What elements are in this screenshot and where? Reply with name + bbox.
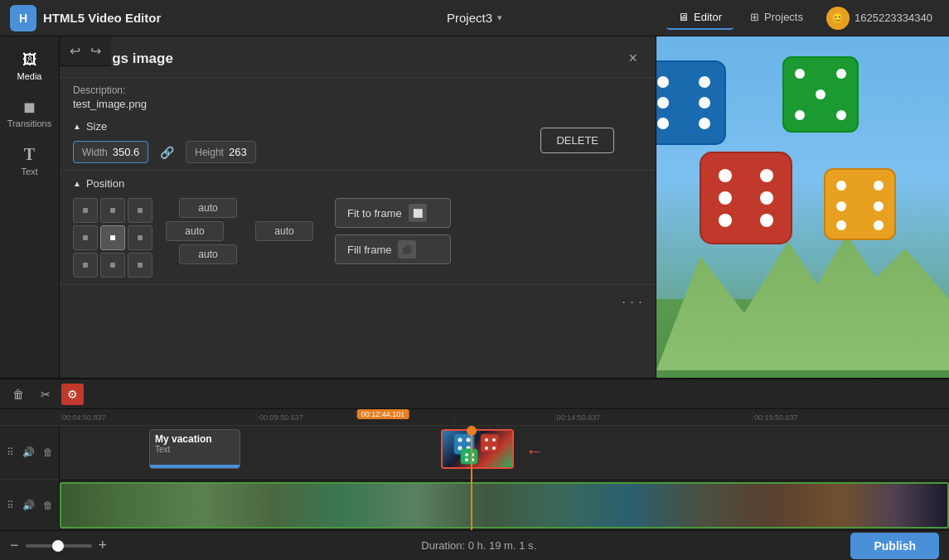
video-track: [60, 479, 949, 532]
text-clip-subtitle: Text: [155, 445, 235, 454]
sidebar-item-media[interactable]: 🖼 Media: [5, 45, 55, 88]
pos-auto-label: [166, 205, 176, 211]
track-drag-handle-2[interactable]: ⠿: [4, 497, 17, 514]
text-clip-content: My vacation Text: [150, 430, 240, 457]
tracks: My vacation Text: [60, 426, 949, 532]
track-delete-button[interactable]: 🗑: [41, 444, 56, 461]
svg-point-40: [465, 458, 468, 461]
svg-point-28: [458, 438, 462, 442]
ruler-mark: 00:14:50.637: [554, 413, 752, 422]
settings-clip-button[interactable]: ⚙: [61, 384, 84, 405]
svg-point-18: [719, 214, 732, 227]
pos-bottom-input[interactable]: [179, 244, 237, 264]
redo-button[interactable]: ↪: [87, 40, 104, 62]
delete-button[interactable]: DELETE: [540, 128, 614, 153]
svg-point-12: [836, 110, 846, 120]
size-label: Size: [86, 120, 107, 133]
description-label: Description:: [73, 84, 147, 96]
grid-cell-tc[interactable]: [100, 198, 125, 223]
grid-cell-ml[interactable]: [73, 225, 98, 250]
topbar: H HTML5 Video Editor Project3 ▾ 🖥 Editor…: [0, 0, 949, 36]
track-ctrl-video: ⠿ 🔊 🗑: [0, 480, 59, 533]
svg-point-10: [816, 89, 826, 99]
zoom-slider[interactable]: [26, 544, 92, 548]
track-ctrl-text: ⠿ 🔊 🗑: [0, 426, 59, 480]
grid-cell-br[interactable]: [128, 253, 153, 278]
red-arrow-icon: ←: [525, 441, 544, 462]
pos-right-input[interactable]: [255, 221, 313, 241]
filmstrip: [60, 482, 949, 529]
svg-point-25: [836, 220, 846, 230]
projects-tab[interactable]: ⊞ Projects: [738, 6, 815, 30]
svg-rect-20: [825, 169, 895, 239]
publish-button[interactable]: Publish: [850, 533, 939, 559]
pos-auto-label: [240, 205, 250, 211]
zoom-in-button[interactable]: +: [99, 537, 108, 554]
image-clip-thumb: [443, 431, 512, 467]
editor-icon: 🖥: [678, 11, 689, 23]
text-clip[interactable]: My vacation Text: [149, 429, 240, 469]
delete-clip-button[interactable]: 🗑: [7, 384, 30, 405]
fit-to-frame-button[interactable]: Fit to frame ⬜: [335, 198, 451, 228]
more-options[interactable]: · · ·: [60, 285, 656, 319]
svg-point-3: [657, 97, 669, 109]
app-title: HTML5 Video Editor: [43, 11, 161, 25]
svg-point-14: [719, 169, 732, 182]
svg-point-29: [467, 438, 471, 442]
svg-point-19: [760, 214, 773, 227]
project-name: Project3: [447, 11, 492, 25]
ruler-mark: [454, 413, 554, 422]
user-info: 😊 1625223334340: [820, 3, 939, 33]
track-delete-button-2[interactable]: 🗑: [41, 497, 56, 514]
sidebar-item-label: Media: [17, 71, 42, 81]
svg-point-8: [795, 69, 805, 79]
height-label: Height: [195, 147, 224, 158]
grid-cell-tl[interactable]: [73, 198, 98, 223]
collapse-arrow-icon: ▲: [73, 122, 81, 131]
link-icon[interactable]: 🔗: [157, 146, 177, 159]
pos-left-input[interactable]: [166, 221, 224, 241]
fill-frame-button[interactable]: Fill frame ⬛: [335, 234, 451, 264]
sidebar-item-transitions[interactable]: ◼ Transitions: [5, 91, 55, 135]
zoom-out-button[interactable]: −: [10, 537, 19, 554]
svg-point-15: [760, 169, 773, 182]
project-selector[interactable]: Project3 ▾: [447, 11, 502, 25]
ruler-marks-container: 00:04:50.837 00:09:50.637 00:14:50.637 0…: [60, 413, 949, 422]
cut-clip-button[interactable]: ✂: [35, 384, 56, 405]
fill-frame-icon: ⬛: [398, 240, 416, 258]
grid-cell-mc[interactable]: [100, 225, 125, 250]
duration-value: 0 h. 19 m. 1 s.: [468, 539, 536, 552]
grid-cell-bl[interactable]: [73, 253, 98, 278]
fit-to-frame-label: Fit to frame: [347, 207, 402, 220]
close-button[interactable]: ×: [623, 48, 642, 69]
image-clip[interactable]: [441, 429, 514, 469]
grid-cell-bc[interactable]: [100, 253, 125, 278]
svg-point-38: [465, 453, 468, 456]
avatar: 😊: [826, 7, 850, 30]
zoom-thumb: [52, 540, 64, 552]
track-volume-button[interactable]: 🔊: [20, 444, 37, 461]
position-inputs: [166, 198, 313, 264]
sidebar-item-text[interactable]: T Text: [5, 138, 55, 183]
grid-cell-tr[interactable]: [128, 198, 153, 223]
pos-top-input[interactable]: [179, 198, 237, 218]
position-label: Position: [86, 177, 124, 190]
svg-rect-37: [461, 449, 477, 464]
undo-button[interactable]: ↩: [66, 40, 84, 62]
transitions-icon: ◼: [23, 98, 36, 116]
playhead-head: [467, 426, 477, 436]
track-volume-button-2[interactable]: 🔊: [20, 497, 37, 514]
filmstrip-border: [60, 482, 949, 529]
frame-buttons: Fit to frame ⬜ Fill frame ⬛: [335, 198, 451, 264]
width-field[interactable]: Width 350.6: [73, 141, 148, 163]
svg-point-4: [699, 97, 710, 109]
grid-cell-mr[interactable]: [128, 225, 153, 250]
position-section-header[interactable]: ▲ Position: [73, 177, 642, 190]
track-drag-handle[interactable]: ⠿: [4, 444, 17, 461]
height-field[interactable]: Height 263: [186, 141, 255, 163]
editor-tab[interactable]: 🖥 Editor: [666, 6, 734, 30]
duration-label: Duration:: [421, 539, 465, 552]
duration-display: Duration: 0 h. 19 m. 1 s.: [114, 539, 844, 552]
svg-point-6: [699, 118, 710, 129]
width-label: Width: [82, 147, 108, 158]
